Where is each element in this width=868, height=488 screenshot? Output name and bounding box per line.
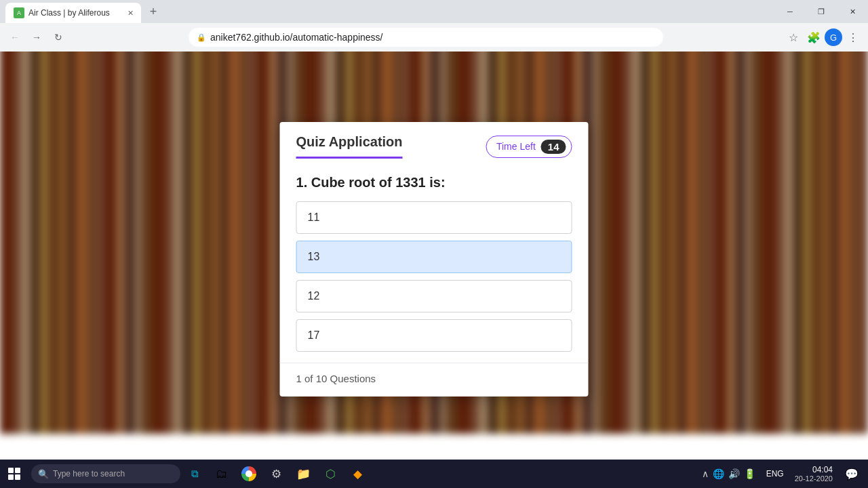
back-button[interactable]: ← [5,28,24,47]
taskbar-search[interactable]: 🔍 Type here to search [31,464,180,483]
quiz-options: 11 13 12 17 [280,201,589,363]
task-view-icon: ⧉ [191,468,199,480]
notification-icon: 💬 [845,468,859,481]
taskbar: 🔍 Type here to search ⧉ 🗂 ⚙ 📁 ⬡ ◆ ∧ 🌐 🔊 … [0,460,868,488]
volume-icon[interactable]: 🔊 [728,468,740,479]
explorer-icon: 🗂 [216,467,228,481]
address-bar[interactable]: 🔒 aniket762.github.io/automatic-happines… [189,28,663,47]
forward-button[interactable]: → [27,28,46,47]
windows-logo-icon [8,468,20,480]
option-button-1[interactable]: 11 [296,201,572,234]
option-button-3[interactable]: 12 [296,280,572,312]
restore-button[interactable]: ❐ [806,0,837,23]
quiz-question: 1. Cube root of 1331 is: [280,159,589,201]
search-placeholder: Type here to search [53,469,125,479]
chrome-actions: ☆ 🧩 G ⋮ [784,28,863,47]
quiz-card: Quiz Application Time Left 14 1. Cube ro… [280,122,589,396]
taskbar-right: ∧ 🌐 🔊 🔋 ENG 04:04 20-12-2020 💬 [696,461,868,487]
extension-button[interactable]: 🧩 [804,28,823,47]
lock-icon: 🔒 [197,33,206,42]
search-icon: 🔍 [38,469,49,479]
language-indicator: ENG [764,469,787,479]
option-button-4[interactable]: 17 [296,319,572,352]
task-view-button[interactable]: ⧉ [182,461,208,487]
settings-icon: ⚙ [271,467,281,481]
tab-favicon: A [14,7,24,18]
timer-label: Time Left [496,141,536,152]
tray-up-icon[interactable]: ∧ [702,468,709,479]
option-button-2[interactable]: 13 [296,241,572,273]
network-icon[interactable]: 🌐 [713,468,724,479]
bookmark-button[interactable]: ☆ [784,28,803,47]
close-button[interactable]: ✕ [837,0,868,23]
taskbar-explorer-button[interactable]: 🗂 [209,461,235,487]
taskbar-app-button[interactable]: ⬡ [317,461,343,487]
window-controls: ─ ❐ ✕ [774,0,868,23]
clock-time: 04:04 [795,465,833,474]
folder-icon: 📁 [296,467,311,481]
app-icon: ⬡ [326,467,336,481]
extra-icon: ◆ [353,467,362,481]
menu-button[interactable]: ⋮ [844,28,863,47]
chrome-titlebar: A Air Class | by Aliferous ✕ + ─ ❐ ✕ [0,0,868,23]
timer-value: 14 [541,140,566,154]
quiz-header: Quiz Application Time Left 14 [280,122,589,159]
taskbar-settings-button[interactable]: ⚙ [263,461,289,487]
taskbar-extra-button[interactable]: ◆ [344,461,370,487]
timer-badge: Time Left 14 [486,136,572,158]
chrome-icon [241,466,256,481]
minimize-button[interactable]: ─ [774,0,806,23]
page-area: Quiz Application Time Left 14 1. Cube ro… [0,52,868,488]
tab-title: Air Class | by Aliferous [28,8,121,18]
url-text: aniket762.github.io/automatic-happiness/ [210,32,655,43]
taskbar-folder-button[interactable]: 📁 [290,461,316,487]
profile-button[interactable]: G [825,28,842,46]
quiz-title: Quiz Application [296,134,403,159]
start-button[interactable] [0,460,28,488]
browser-tab[interactable]: A Air Class | by Aliferous ✕ [5,3,141,23]
reload-button[interactable]: ↻ [49,28,68,47]
taskbar-chrome-button[interactable] [236,461,262,487]
progress-text: 1 of 10 Questions [296,373,376,384]
system-tray: ∧ 🌐 🔊 🔋 [696,468,761,479]
notification-button[interactable]: 💬 [841,461,863,487]
quiz-footer: 1 of 10 Questions [280,363,589,396]
battery-icon[interactable]: 🔋 [744,468,755,479]
new-tab-button[interactable]: + [144,2,163,21]
clock-date: 20-12-2020 [795,474,833,483]
tab-close-button[interactable]: ✕ [125,7,136,18]
taskbar-clock[interactable]: 04:04 20-12-2020 [789,465,838,483]
chrome-addressbar: ← → ↻ 🔒 aniket762.github.io/automatic-ha… [0,23,868,52]
